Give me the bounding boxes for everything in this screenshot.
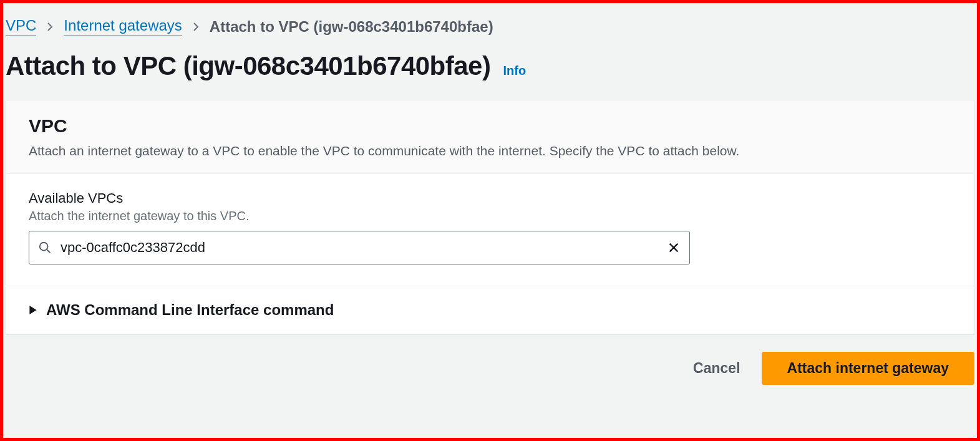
available-vpcs-hint: Attach the internet gateway to this VPC. [29,209,951,223]
vpc-panel: VPC Attach an internet gateway to a VPC … [6,100,974,334]
cli-toggle-label: AWS Command Line Interface command [46,301,334,319]
svg-point-0 [40,243,48,251]
cli-toggle[interactable]: AWS Command Line Interface command [6,286,974,334]
attach-internet-gateway-button[interactable]: Attach internet gateway [762,352,974,385]
chevron-right-icon [45,22,55,32]
breadcrumb-current: Attach to VPC (igw-068c3401b6740bfae) [210,18,493,36]
breadcrumb-link-vpc[interactable]: VPC [6,17,36,36]
panel-body: Available VPCs Attach the internet gatew… [6,174,974,286]
page-frame: VPC Internet gateways Attach to VPC (igw… [0,0,980,441]
vpc-search-input[interactable] [61,240,661,256]
svg-marker-4 [29,306,36,314]
info-link[interactable]: Info [503,64,526,78]
breadcrumb: VPC Internet gateways Attach to VPC (igw… [3,17,977,42]
available-vpcs-label: Available VPCs [29,190,951,206]
chevron-right-icon [191,22,201,32]
content-wrap: VPC Internet gateways Attach to VPC (igw… [3,3,977,385]
caret-right-icon [29,306,37,314]
clear-icon[interactable] [667,241,681,254]
search-icon [38,241,52,254]
panel-title: VPC [29,115,951,137]
vpc-search-box[interactable] [29,231,690,264]
svg-line-1 [47,250,51,253]
panel-description: Attach an internet gateway to a VPC to e… [29,142,951,160]
footer-actions: Cancel Attach internet gateway [3,334,977,385]
page-title: Attach to VPC (igw-068c3401b6740bfae) [6,51,490,81]
page-title-row: Attach to VPC (igw-068c3401b6740bfae) In… [3,42,977,100]
panel-header: VPC Attach an internet gateway to a VPC … [6,100,974,174]
cancel-button[interactable]: Cancel [689,354,744,383]
breadcrumb-link-internet-gateways[interactable]: Internet gateways [64,17,182,36]
